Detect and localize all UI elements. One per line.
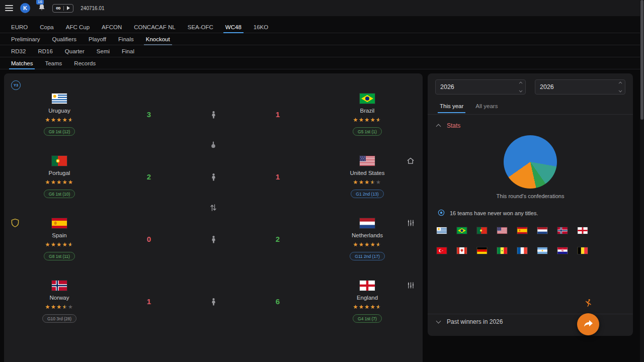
nav-row-competitions: EUROCopaAFC CupAFCONCONCACAF NLSEA-OFCWC… xyxy=(0,21,644,33)
tab-matches[interactable]: Matches xyxy=(5,57,39,69)
tab-16ko[interactable]: 16KO xyxy=(248,21,274,33)
tab-preliminary[interactable]: Preliminary xyxy=(5,33,46,45)
home-score: 1 xyxy=(115,281,183,343)
hand-icon[interactable] xyxy=(210,141,216,150)
tab-records[interactable]: Records xyxy=(68,57,102,69)
tab-qualifiers[interactable]: Qualifiers xyxy=(46,33,83,45)
avatar[interactable]: K xyxy=(20,3,30,13)
star-rating: ★★★★★★★★★★ xyxy=(45,304,74,310)
home-score: 2 xyxy=(115,156,183,218)
chevron-down-icon xyxy=(519,89,523,93)
tab-teams[interactable]: Teams xyxy=(39,57,68,69)
tab-playoff[interactable]: Playoff xyxy=(83,33,112,45)
team-name: Norway xyxy=(50,295,69,301)
tab-euro[interactable]: EURO xyxy=(5,21,34,33)
swap-icon[interactable] xyxy=(210,204,217,214)
team-name: England xyxy=(357,295,378,301)
sliders-icon[interactable] xyxy=(407,219,415,229)
flag-brazil xyxy=(360,94,375,104)
past-winners-toggle[interactable]: Past winners in 2026 xyxy=(437,318,503,325)
flag-spain xyxy=(52,218,67,228)
flag-spain xyxy=(517,227,527,234)
match-row-4[interactable]: Norway ★★★★★★★★★★ G10 3rd (28) 1 6 Engla… xyxy=(4,281,423,343)
team-portugal[interactable]: Portugal ★★★★★★★★★★ G6 1st (10) xyxy=(4,156,115,218)
disc-icon xyxy=(438,209,445,217)
match-row-1[interactable]: Uruguay ★★★★★★★★★★ G9 1st (12) 3 1 Brazi… xyxy=(4,94,423,156)
tab-rd32[interactable]: RD32 xyxy=(5,45,32,57)
divider xyxy=(428,114,633,115)
group-result-badge: G6 1st (10) xyxy=(44,190,75,198)
flag-belgium xyxy=(578,247,588,254)
team-united-states[interactable]: United States ★★★★★★★★★★ G1 2nd (13) xyxy=(312,156,423,218)
tab-all-years[interactable]: All years xyxy=(470,100,503,113)
star-rating: ★★★★★★★★★★ xyxy=(353,179,382,185)
spinner-arrows[interactable] xyxy=(619,82,622,92)
match-row-3[interactable]: Spain ★★★★★★★★★★ G8 1st (11) 0 2 Netherl… xyxy=(4,218,423,281)
pie-caption: This round's confederations xyxy=(428,193,633,199)
flag-row xyxy=(437,227,588,234)
team-uruguay[interactable]: Uruguay ★★★★★★★★★★ G9 1st (12) xyxy=(4,94,115,156)
team-england[interactable]: England ★★★★★★★★★★ G4 1st (7) xyxy=(312,281,423,343)
flag-canada xyxy=(457,247,467,254)
group-result-badge: G8 1st (11) xyxy=(44,252,75,260)
stats-section-toggle[interactable]: Stats xyxy=(437,122,460,129)
away-score: 1 xyxy=(244,94,312,156)
advance-fab[interactable] xyxy=(577,313,599,335)
team-name: Spain xyxy=(52,232,66,238)
sliders-icon[interactable] xyxy=(407,282,415,291)
matches-panel: Y3 Uruguay ★★★★★★★★★★ G9 1st (12) 3 1 Br… xyxy=(4,73,423,362)
tab-final[interactable]: Final xyxy=(116,45,140,57)
titles-note: 16 teams have never won any titles. xyxy=(438,209,538,217)
tab-concacaf-nl[interactable]: CONCACAF NL xyxy=(128,21,181,33)
team-norway[interactable]: Norway ★★★★★★★★★★ G10 3rd (28) xyxy=(4,281,115,343)
page-scrollbar xyxy=(640,0,644,362)
star-rating: ★★★★★★★★★★ xyxy=(45,117,74,123)
spinner-arrows[interactable] xyxy=(519,82,522,92)
flag-portugal xyxy=(52,156,67,166)
flag-croatia xyxy=(557,247,568,254)
team-name: Brazil xyxy=(360,108,375,114)
play-icon xyxy=(67,6,70,10)
notifications-button[interactable]: 16 xyxy=(38,4,45,13)
match-row-2[interactable]: Portugal ★★★★★★★★★★ G6 1st (10) 2 1 Unit… xyxy=(4,156,423,218)
tab-rd16[interactable]: RD16 xyxy=(32,45,58,57)
tab-finals[interactable]: Finals xyxy=(112,33,140,45)
tab-wc48[interactable]: WC48 xyxy=(219,21,248,33)
flag-row xyxy=(437,247,588,254)
team-netherlands[interactable]: Netherlands ★★★★★★★★★★ G11 2nd (17) xyxy=(312,218,423,281)
team-brazil[interactable]: Brazil ★★★★★★★★★★ G5 1st (1) xyxy=(312,94,423,156)
tab-afc-cup[interactable]: AFC Cup xyxy=(60,21,96,33)
team-spain[interactable]: Spain ★★★★★★★★★★ G8 1st (11) xyxy=(4,218,115,281)
menu-icon[interactable] xyxy=(5,5,13,11)
tab-copa[interactable]: Copa xyxy=(34,21,60,33)
shield-icon[interactable] xyxy=(11,218,20,230)
flag-netherlands xyxy=(360,218,375,228)
runner-icon[interactable] xyxy=(584,299,593,310)
star-rating: ★★★★★★★★★★ xyxy=(353,117,382,123)
tab-sea-ofc[interactable]: SEA-OFC xyxy=(182,21,219,33)
tab-this-year[interactable]: This year xyxy=(435,100,468,113)
year-from-spinner[interactable]: 2026 xyxy=(435,79,526,95)
flag-united-states xyxy=(360,156,375,166)
home-icon[interactable] xyxy=(407,157,415,166)
round-badge[interactable]: Y3 xyxy=(11,80,21,90)
scrollbar-thumb[interactable] xyxy=(640,0,643,120)
home-score: 3 xyxy=(115,94,183,156)
nav-row-stages: PreliminaryQualifiersPlayoffFinalsKnocko… xyxy=(0,33,644,45)
flag-netherlands xyxy=(537,227,547,234)
year-to-spinner[interactable]: 2026 xyxy=(535,79,625,95)
flag-norway xyxy=(557,227,568,234)
match-list: Uruguay ★★★★★★★★★★ G9 1st (12) 3 1 Brazi… xyxy=(4,94,423,343)
flag-brazil xyxy=(457,227,467,234)
tab-knockout[interactable]: Knockout xyxy=(140,33,176,45)
year-from-value: 2026 xyxy=(440,83,454,90)
tab-afcon[interactable]: AFCON xyxy=(96,21,128,33)
auto-play-control[interactable]: ∞ xyxy=(52,4,73,13)
tab-quarter[interactable]: Quarter xyxy=(59,45,91,57)
tab-semi[interactable]: Semi xyxy=(91,45,116,57)
group-result-badge: G5 1st (1) xyxy=(353,127,382,136)
notification-count-badge: 16 xyxy=(36,0,44,5)
home-score: 0 xyxy=(115,218,183,281)
stats-panel: 2026 2026 This yearAll years Stats This … xyxy=(428,73,633,336)
flag-germany xyxy=(477,247,487,254)
